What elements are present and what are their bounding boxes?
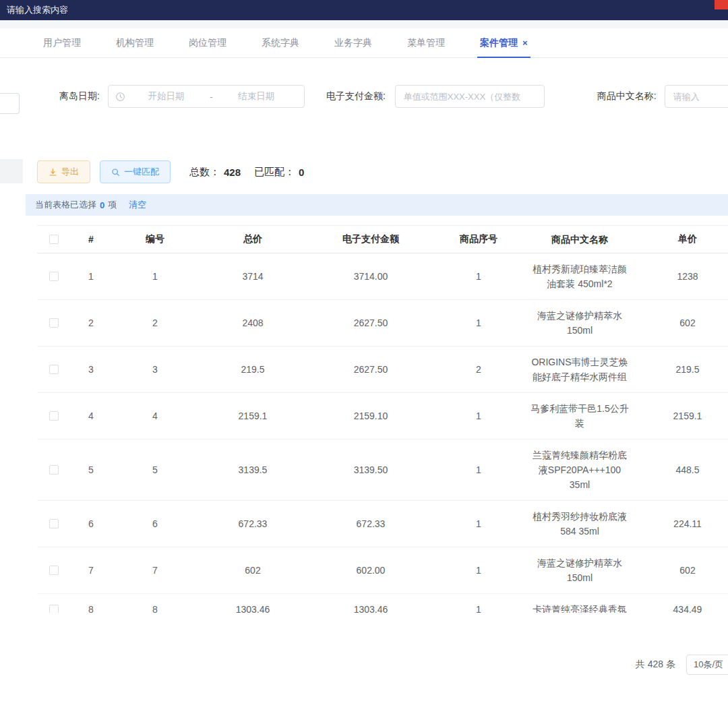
column-header-total: 总价	[199, 233, 307, 245]
cell-seq: 1	[435, 464, 522, 475]
cell-product-name: ORIGINS韦博士灵芝焕能好底子精华水两件组	[522, 346, 637, 392]
table-row: 5 5 3139.5 3139.50 1 兰蔻菁纯臻颜精华粉底液SPF20PA+…	[37, 440, 728, 501]
tab-user-management[interactable]: 用户管理	[26, 28, 98, 57]
cell-total: 3714	[199, 271, 307, 282]
column-header-epay: 电子支付金额	[307, 233, 435, 245]
clear-selection-link[interactable]: 清空	[129, 199, 146, 211]
cell-unit-price: 434.49	[637, 604, 728, 613]
cell-code: 8	[111, 604, 199, 613]
cell-code: 6	[111, 518, 199, 529]
cell-index: 4	[71, 411, 111, 421]
cell-index: 8	[71, 604, 111, 613]
cell-total: 2408	[199, 317, 307, 328]
cell-total: 219.5	[199, 364, 307, 375]
cell-product-name: 兰蔻菁纯臻颜精华粉底液SPF20PA+++100 35ml	[522, 440, 637, 500]
export-icon	[49, 168, 57, 177]
global-search-input[interactable]: 请输入搜索内容	[7, 4, 68, 16]
row-checkbox[interactable]	[49, 272, 59, 281]
collapsed-panel-fragment	[0, 93, 20, 114]
start-date-placeholder[interactable]: 开始日期	[125, 90, 207, 102]
tab-bar: 用户管理 机构管理 岗位管理 系统字典 业务字典 菜单管理 案件管理 ×	[0, 28, 728, 58]
product-name-label: 商品中文名称:	[597, 90, 657, 102]
cell-index: 7	[71, 565, 111, 576]
cell-product-name: 海蓝之谜修护精萃水 150ml	[522, 547, 637, 593]
row-checkbox[interactable]	[49, 465, 59, 475]
tab-system-dict[interactable]: 系统字典	[244, 28, 317, 57]
cell-unit-price: 1238	[637, 271, 728, 282]
column-header-seq: 商品序号	[435, 233, 522, 245]
page-size-value: 10条/页	[694, 659, 723, 671]
date-range-picker[interactable]: 开始日期 - 结束日期	[108, 85, 305, 108]
cell-index: 2	[71, 317, 111, 328]
cell-seq: 1	[435, 271, 522, 282]
export-button[interactable]: 导出	[37, 160, 90, 183]
selection-count: 0	[100, 200, 104, 210]
column-header-unit-price: 单价	[637, 233, 728, 245]
row-checkbox[interactable]	[49, 318, 59, 328]
data-table: # 编号 总价 电子支付金额 商品序号 商品中文名称 单价 1 1 3714 3…	[37, 225, 728, 613]
table-row: 8 8 1303.46 1303.46 1 卡诗菁纯亮泽经典香氛 434.49	[37, 594, 728, 613]
selection-suffix: 项	[108, 199, 117, 211]
clock-icon	[115, 92, 125, 102]
row-checkbox[interactable]	[49, 605, 59, 613]
cell-code: 4	[111, 411, 199, 421]
cell-unit-price: 219.5	[637, 364, 728, 375]
cell-index: 1	[71, 271, 111, 282]
cell-total: 2159.1	[199, 411, 307, 421]
match-button-label: 一键匹配	[124, 166, 159, 178]
column-header-product-name: 商品中文名称	[522, 225, 637, 255]
selection-info-bar: 当前表格已选择 0 项 清空	[26, 194, 728, 216]
export-button-label: 导出	[61, 166, 79, 178]
cell-seq: 1	[435, 317, 522, 328]
cell-product-name: 卡诗菁纯亮泽经典香氛	[522, 594, 637, 613]
cell-unit-price: 602	[637, 565, 728, 576]
product-name-input[interactable]	[665, 85, 728, 108]
row-checkbox[interactable]	[49, 365, 59, 374]
cell-code: 1	[111, 271, 199, 282]
table-toolbar: 导出 一键匹配 总数： 428 已匹配： 0	[0, 160, 728, 183]
tab-label: 用户管理	[43, 37, 81, 49]
table-row: 6 6 672.33 672.33 1 植村秀羽纱持妆粉底液 584 35ml …	[37, 501, 728, 547]
total-value: 428	[224, 167, 241, 178]
end-date-placeholder[interactable]: 结束日期	[216, 90, 297, 102]
epay-amount-label: 电子支付金额:	[326, 90, 386, 102]
table-row: 4 4 2159.1 2159.10 1 马爹利蓝带干邑1.5公升装 2159.…	[37, 393, 728, 440]
tab-post-management[interactable]: 岗位管理	[171, 28, 244, 57]
top-search-bar: 请输入搜索内容	[0, 0, 728, 20]
close-icon[interactable]: ×	[522, 38, 528, 48]
row-checkbox[interactable]	[49, 566, 59, 575]
top-gap-strip	[0, 20, 728, 28]
cell-seq: 1	[435, 604, 522, 613]
tab-menu-management[interactable]: 菜单管理	[390, 28, 462, 57]
cell-code: 2	[111, 317, 199, 328]
tab-label: 菜单管理	[407, 37, 445, 49]
tab-business-dict[interactable]: 业务字典	[317, 28, 390, 57]
one-click-match-button[interactable]: 一键匹配	[100, 160, 171, 183]
cell-seq: 2	[435, 364, 522, 375]
cell-seq: 1	[435, 565, 522, 576]
epay-amount-input[interactable]	[395, 85, 545, 108]
cell-product-name: 植村秀羽纱持妆粉底液 584 35ml	[522, 501, 637, 547]
cell-code: 3	[111, 364, 199, 375]
cell-epay: 602.00	[307, 565, 435, 576]
cell-unit-price: 448.5	[637, 464, 728, 475]
cell-product-name: 植村秀新琥珀臻萃洁颜油套装 450ml*2	[522, 253, 637, 299]
cell-code: 7	[111, 565, 199, 576]
tab-label: 岗位管理	[189, 37, 226, 49]
select-all-checkbox[interactable]	[49, 235, 59, 244]
cell-total: 3139.5	[199, 464, 307, 475]
tab-label: 案件管理	[480, 37, 518, 49]
cell-total: 672.33	[199, 518, 307, 529]
row-checkbox[interactable]	[49, 411, 59, 421]
cell-unit-price: 602	[637, 317, 728, 328]
tab-label: 业务字典	[334, 37, 372, 49]
tab-case-management[interactable]: 案件管理 ×	[462, 28, 545, 57]
page-size-select[interactable]: 10条/页	[686, 655, 728, 675]
cell-unit-price: 224.11	[637, 518, 728, 529]
tab-org-management[interactable]: 机构管理	[98, 28, 171, 57]
row-checkbox[interactable]	[49, 519, 59, 528]
cell-index: 5	[71, 464, 111, 475]
cell-seq: 1	[435, 518, 522, 529]
date-range-separator: -	[207, 92, 215, 102]
pagination-bar: 共 428 条 10条/页	[0, 655, 728, 675]
